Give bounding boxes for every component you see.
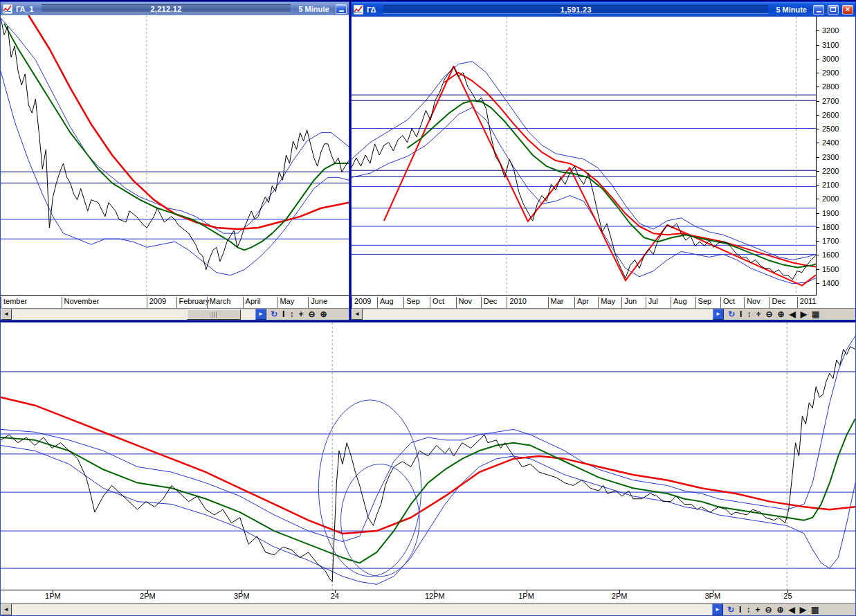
- scrollbar-thumb[interactable]: [187, 309, 240, 320]
- chart-app-icon: [354, 5, 363, 15]
- zoom-out-icon[interactable]: ⊖: [308, 310, 315, 318]
- x-axis-label: tember: [1, 297, 27, 308]
- vertical-scale-icon[interactable]: ↕: [746, 606, 750, 614]
- x-axis-label: 2010: [507, 297, 526, 308]
- timeframe-label: 5 Minute: [776, 6, 807, 14]
- titlebar-gd[interactable]: ΓΔ 1,591.23 5 Minute ×: [352, 2, 855, 17]
- window-ga1: ΓΑ_1 2,212.12 5 Minute temberNovember200…: [0, 1, 349, 320]
- x-axis-label: 2009: [147, 297, 166, 308]
- refresh-icon[interactable]: ↻: [727, 606, 734, 614]
- page-next-icon[interactable]: ▶: [801, 310, 807, 318]
- vertical-scale-icon[interactable]: ↕: [289, 310, 293, 318]
- minimize-icon: [817, 11, 821, 12]
- pan-crosshair-icon[interactable]: +: [755, 606, 760, 614]
- title-value-inset: 2,212.12: [42, 4, 291, 13]
- chart-toolbar: ↻I↕+⊖⊕: [266, 309, 349, 320]
- cursor-mode-icon[interactable]: I: [739, 606, 741, 614]
- x-axis-label: Oct: [720, 297, 735, 308]
- refresh-icon[interactable]: ↻: [728, 310, 735, 318]
- pan-crosshair-icon[interactable]: +: [756, 310, 761, 318]
- cursor-mode-icon[interactable]: I: [740, 310, 742, 318]
- pan-crosshair-icon[interactable]: +: [298, 310, 303, 318]
- x-axis-label: Dec: [481, 297, 498, 308]
- x-axis-label: 1PM: [45, 592, 61, 600]
- chart-plot-ga1[interactable]: [1, 15, 349, 296]
- price-chart-gd[interactable]: [352, 17, 816, 295]
- scroll-left-button[interactable]: ◄: [1, 309, 12, 320]
- grid-view-icon[interactable]: ▦: [811, 606, 819, 614]
- y-axis-label: 2200: [822, 167, 839, 175]
- titlebar-ga1[interactable]: ΓΑ_1 2,212.12 5 Minute: [1, 2, 349, 15]
- minimize-button[interactable]: [813, 5, 824, 15]
- y-axis-label: 1900: [822, 209, 839, 217]
- vertical-scale-icon[interactable]: ↕: [747, 310, 751, 318]
- timeframe-label: 5 Minute: [298, 5, 329, 13]
- scroll-right-button[interactable]: ►: [712, 604, 723, 615]
- zoom-out-icon[interactable]: ⊖: [765, 606, 772, 614]
- series-price: [352, 67, 816, 280]
- y-axis-label: 1500: [822, 265, 839, 273]
- x-axis-label: 1PM: [518, 592, 534, 600]
- ellipse-annotation: [341, 464, 420, 577]
- minimize-icon: [339, 10, 344, 12]
- y-axis-label: 2100: [822, 181, 839, 189]
- y-axis-tick: [817, 101, 819, 102]
- maximize-button[interactable]: [828, 5, 839, 15]
- scroll-right-button[interactable]: ►: [713, 309, 724, 320]
- series-ma-red: [1, 397, 855, 534]
- x-axis-label: November: [62, 297, 100, 308]
- page-prev-icon[interactable]: ◀: [789, 606, 795, 614]
- series-bollinger-lower: [1, 446, 855, 585]
- price-chart-intraday[interactable]: [1, 323, 855, 590]
- y-axis-tick: [817, 185, 819, 185]
- y-axis-tick: [817, 241, 819, 242]
- window-intraday: 1PM2PM3PM2412PM1PM2PM3PM25 ◄ ► ↻I↕+⊖⊕◀▶▦: [0, 322, 856, 616]
- refresh-icon[interactable]: ↻: [271, 310, 277, 318]
- scrollbar-track[interactable]: [363, 309, 713, 320]
- grid-view-icon[interactable]: ▦: [812, 310, 819, 318]
- scrollbar-track[interactable]: [12, 309, 255, 320]
- window-title: ΓΔ: [367, 6, 376, 14]
- scrollbar-row-intraday: ◄ ► ↻I↕+⊖⊕◀▶▦: [1, 603, 855, 615]
- zoom-in-icon[interactable]: ⊕: [776, 606, 783, 614]
- chart-app-icon: [3, 4, 12, 14]
- page-prev-icon[interactable]: ◀: [790, 310, 796, 318]
- zoom-in-icon[interactable]: ⊕: [777, 310, 784, 318]
- page-next-icon[interactable]: ▶: [800, 606, 806, 614]
- x-axis-label: 2011: [797, 297, 817, 308]
- scrollbar-track[interactable]: [12, 604, 712, 615]
- x-axis-label: February: [176, 297, 210, 308]
- chart-area-gd: 3200310030002900280027002600250024002300…: [352, 17, 855, 296]
- scroll-left-button[interactable]: ◄: [1, 604, 12, 615]
- y-axis-label: 2900: [822, 69, 839, 77]
- y-axis-tick: [817, 129, 819, 129]
- x-axis-label: Aug: [377, 297, 394, 308]
- window-title: ΓΑ_1: [16, 5, 34, 13]
- zoom-in-icon[interactable]: ⊕: [320, 310, 327, 318]
- x-axis-label: 3PM: [234, 592, 250, 600]
- x-axis-label: 2009: [352, 297, 371, 308]
- chart-toolbar: ↻I↕+⊖⊕◀▶▦: [724, 309, 855, 320]
- close-button[interactable]: ×: [842, 5, 853, 15]
- x-axis-label: Nov: [456, 297, 473, 308]
- y-axis-tick: [817, 227, 819, 228]
- series-ma-green: [4, 24, 349, 250]
- y-axis-tick: [817, 115, 819, 116]
- zoom-out-icon[interactable]: ⊖: [765, 310, 772, 318]
- scrollbar-row-gd: ◄ ► ↻I↕+⊖⊕◀▶▦: [352, 308, 855, 320]
- x-axis-label: 24: [331, 592, 339, 600]
- minimize-button[interactable]: [336, 4, 347, 14]
- scrollbar-row-ga1: ◄ ► ↻I↕+⊖⊕: [1, 308, 349, 320]
- cursor-mode-icon[interactable]: I: [282, 310, 284, 318]
- y-axis-label: 3000: [822, 55, 839, 63]
- chart-plot-gd[interactable]: [352, 17, 817, 296]
- price-chart-ga1[interactable]: [1, 15, 349, 295]
- x-axis-label: 12PM: [425, 592, 445, 600]
- chart-toolbar: ↻I↕+⊖⊕◀▶▦: [723, 604, 855, 615]
- scroll-right-button[interactable]: ►: [255, 309, 266, 320]
- y-axis-tick: [817, 171, 819, 172]
- scroll-left-button[interactable]: ◄: [352, 309, 363, 320]
- x-axis-label: Dec: [769, 297, 785, 308]
- y-axis-label: 1700: [822, 237, 839, 245]
- chart-plot-intraday[interactable]: [1, 323, 855, 590]
